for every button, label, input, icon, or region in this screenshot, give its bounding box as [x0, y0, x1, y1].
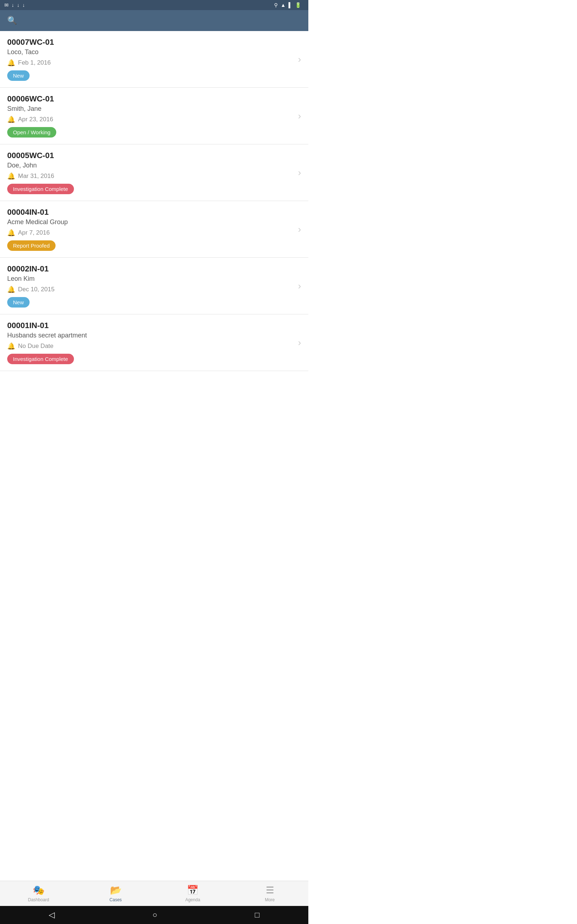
case-id: 00002IN-01	[7, 264, 294, 274]
case-date-row: 🔔 Apr 23, 2016	[7, 115, 294, 123]
case-date: Mar 31, 2016	[18, 173, 54, 180]
case-badge: Investigation Complete	[7, 354, 74, 364]
case-name: Acme Medical Group	[7, 218, 294, 226]
case-name: Smith, Jane	[7, 105, 294, 113]
case-name: Loco, Taco	[7, 48, 294, 56]
bell-icon: 🔔	[7, 342, 15, 350]
chevron-right-icon: ›	[298, 337, 301, 348]
case-name: Doe, John	[7, 162, 294, 169]
case-badge: Report Proofed	[7, 241, 56, 251]
case-date: Feb 1, 2016	[18, 59, 51, 66]
search-icon[interactable]: 🔍	[7, 16, 17, 25]
status-bar-left: ✉ ↓ ↓ ↓	[4, 2, 25, 8]
bell-icon: 🔔	[7, 229, 15, 237]
status-bar: ✉ ↓ ↓ ↓ ⚲ ▲ ▌ 🔋	[0, 0, 308, 10]
case-id: 00004IN-01	[7, 208, 294, 217]
wifi-icon: ▲	[280, 2, 285, 8]
case-item[interactable]: 00004IN-01 Acme Medical Group 🔔 Apr 7, 2…	[0, 201, 308, 258]
case-badge: Open / Working	[7, 127, 56, 137]
case-content: 00007WC-01 Loco, Taco 🔔 Feb 1, 2016 New	[7, 37, 294, 81]
case-id: 00007WC-01	[7, 37, 294, 47]
case-item[interactable]: 00005WC-01 Doe, John 🔔 Mar 31, 2016 Inve…	[0, 144, 308, 201]
header: 🔍	[0, 10, 308, 31]
case-content: 00002IN-01 Leon Kim 🔔 Dec 10, 2015 New	[7, 264, 294, 307]
signal-icon: ▌	[288, 2, 292, 8]
chevron-right-icon: ›	[298, 54, 301, 65]
case-date: Apr 7, 2016	[18, 229, 50, 236]
case-item[interactable]: 00006WC-01 Smith, Jane 🔔 Apr 23, 2016 Op…	[0, 88, 308, 144]
case-name: Husbands secret apartment	[7, 332, 294, 339]
download3-icon: ↓	[23, 2, 25, 8]
location-icon: ⚲	[274, 2, 278, 8]
download1-icon: ↓	[11, 2, 14, 8]
case-id: 00001IN-01	[7, 321, 294, 330]
case-date-row: 🔔 Apr 7, 2016	[7, 229, 294, 237]
case-item[interactable]: 00007WC-01 Loco, Taco 🔔 Feb 1, 2016 New …	[0, 31, 308, 88]
case-id: 00006WC-01	[7, 94, 294, 103]
email-icon: ✉	[4, 2, 9, 8]
case-content: 00005WC-01 Doe, John 🔔 Mar 31, 2016 Inve…	[7, 151, 294, 194]
case-date: No Due Date	[18, 342, 53, 350]
case-item[interactable]: 00001IN-01 Husbands secret apartment 🔔 N…	[0, 314, 308, 371]
case-content: 00004IN-01 Acme Medical Group 🔔 Apr 7, 2…	[7, 208, 294, 251]
case-date-row: 🔔 No Due Date	[7, 342, 294, 350]
case-badge: New	[7, 297, 29, 307]
chevron-right-icon: ›	[298, 224, 301, 235]
cases-list: 00007WC-01 Loco, Taco 🔔 Feb 1, 2016 New …	[0, 31, 308, 371]
download2-icon: ↓	[17, 2, 19, 8]
chevron-right-icon: ›	[298, 167, 301, 178]
case-date: Apr 23, 2016	[18, 116, 53, 123]
case-name: Leon Kim	[7, 275, 294, 283]
chevron-right-icon: ›	[298, 110, 301, 122]
case-content: 00001IN-01 Husbands secret apartment 🔔 N…	[7, 321, 294, 364]
bell-icon: 🔔	[7, 286, 15, 294]
bell-icon: 🔔	[7, 172, 15, 180]
status-bar-right: ⚲ ▲ ▌ 🔋	[274, 2, 304, 8]
case-badge: New	[7, 70, 29, 81]
case-date-row: 🔔 Dec 10, 2015	[7, 286, 294, 294]
case-date-row: 🔔 Mar 31, 2016	[7, 172, 294, 180]
case-badge: Investigation Complete	[7, 184, 74, 194]
bell-icon: 🔔	[7, 115, 15, 123]
battery-icon: 🔋	[295, 2, 301, 8]
case-item[interactable]: 00002IN-01 Leon Kim 🔔 Dec 10, 2015 New ›	[0, 258, 308, 314]
case-id: 00005WC-01	[7, 151, 294, 160]
chevron-right-icon: ›	[298, 281, 301, 292]
case-date: Dec 10, 2015	[18, 286, 55, 293]
bell-icon: 🔔	[7, 59, 15, 67]
case-date-row: 🔔 Feb 1, 2016	[7, 59, 294, 67]
case-content: 00006WC-01 Smith, Jane 🔔 Apr 23, 2016 Op…	[7, 94, 294, 137]
